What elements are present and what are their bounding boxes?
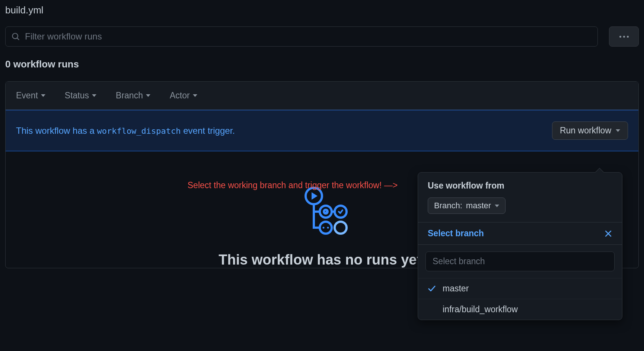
- branch-selector-button[interactable]: Branch: master: [428, 197, 506, 214]
- check-icon: [428, 285, 436, 293]
- popover-label: Use workflow from: [428, 181, 612, 191]
- branch-name: infra/build_workflow: [443, 304, 518, 314]
- kebab-icon: [619, 36, 629, 38]
- branch-select-panel: Select branch master infra/build_workflo…: [418, 222, 622, 320]
- branch-search-input[interactable]: [425, 252, 615, 271]
- search-icon: [12, 32, 20, 41]
- page-title: build.yml: [5, 4, 639, 16]
- svg-point-7: [335, 222, 347, 234]
- filter-event[interactable]: Event: [16, 91, 45, 101]
- annotation-text: Select the working branch and trigger th…: [188, 180, 398, 190]
- empty-heading: This workflow has no runs yet.: [219, 252, 425, 268]
- branch-list: master infra/build_workflow: [418, 278, 622, 320]
- kebab-menu-button[interactable]: [609, 26, 639, 47]
- dispatch-code: workflow_dispatch: [97, 126, 181, 136]
- filter-actor[interactable]: Actor: [170, 91, 197, 101]
- run-workflow-label: Run workflow: [560, 126, 611, 136]
- popover-top-section: Use workflow from Branch: master: [418, 173, 622, 222]
- run-workflow-popover: Use workflow from Branch: master Select …: [418, 172, 622, 320]
- branch-select-title: Select branch: [428, 228, 484, 238]
- filter-branch[interactable]: Branch: [116, 91, 150, 101]
- search-container[interactable]: [5, 26, 598, 47]
- branch-search-wrap: [418, 245, 622, 278]
- caret-down-icon: [92, 94, 96, 97]
- branch-name: master: [443, 284, 469, 294]
- caret-down-icon: [146, 94, 150, 97]
- close-icon[interactable]: [604, 230, 612, 238]
- branch-select-header: Select branch: [418, 222, 622, 245]
- svg-point-6: [327, 227, 329, 229]
- check-slot: [428, 285, 443, 293]
- filter-status[interactable]: Status: [65, 91, 96, 101]
- workflow-icon: [296, 185, 348, 237]
- filter-event-label: Event: [16, 91, 38, 101]
- filter-status-label: Status: [65, 91, 89, 101]
- branch-item-infra-build-workflow[interactable]: infra/build_workflow: [418, 299, 622, 320]
- search-input[interactable]: [25, 31, 592, 42]
- dispatch-text: This workflow has a workflow_dispatch ev…: [16, 126, 235, 136]
- svg-point-5: [323, 227, 325, 229]
- branch-prefix: Branch:: [434, 201, 462, 211]
- dispatch-banner: This workflow has a workflow_dispatch ev…: [6, 110, 638, 151]
- run-workflow-button[interactable]: Run workflow: [552, 121, 628, 140]
- caret-down-icon: [193, 94, 197, 97]
- branch-item-master[interactable]: master: [418, 278, 622, 299]
- dispatch-prefix: This workflow has a: [16, 126, 97, 136]
- runs-count-label: 0 workflow runs: [5, 58, 639, 70]
- filter-actor-label: Actor: [170, 91, 190, 101]
- filter-bar: Event Status Branch Actor: [6, 82, 638, 110]
- caret-down-icon: [495, 205, 499, 207]
- caret-down-icon: [616, 129, 620, 132]
- dispatch-suffix: event trigger.: [181, 126, 235, 136]
- svg-point-4: [320, 222, 332, 234]
- search-row: [5, 26, 639, 47]
- caret-down-icon: [41, 94, 45, 97]
- filter-branch-label: Branch: [116, 91, 143, 101]
- branch-value: master: [466, 201, 491, 211]
